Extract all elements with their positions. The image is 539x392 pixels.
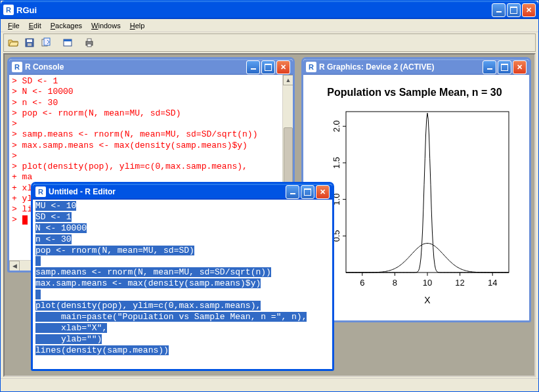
window-icon (62, 37, 73, 48)
scroll-up-button[interactable]: ▲ (283, 75, 293, 85)
window-button[interactable] (60, 35, 75, 50)
svg-rect-6 (64, 39, 72, 41)
graphics-titlebar[interactable]: R R Graphics: Device 2 (ACTIVE) (303, 59, 529, 75)
density-plot: 681012140.51.01.52.0X (313, 105, 517, 309)
svg-text:2.0: 2.0 (332, 120, 341, 132)
svg-text:6: 6 (360, 278, 364, 288)
svg-text:8: 8 (392, 278, 397, 288)
menu-edit[interactable]: Edit (24, 20, 46, 31)
open-folder-icon (8, 37, 18, 48)
console-titlebar[interactable]: R R Console (9, 59, 293, 75)
console-title: R Console (25, 62, 246, 72)
console-close-button[interactable] (276, 60, 290, 74)
console-maximize-button[interactable] (261, 60, 275, 74)
graphics-plot-area: Population vs Sample Mean, n = 30 681012… (303, 75, 529, 320)
statusbar (1, 378, 538, 391)
plot-title: Population vs Sample Mean, n = 30 (310, 87, 519, 98)
copy-paste-button[interactable] (38, 35, 53, 50)
graphics-minimize-button[interactable] (483, 60, 496, 74)
svg-rect-1 (27, 39, 32, 42)
svg-text:10: 10 (422, 278, 431, 288)
svg-rect-10 (346, 112, 509, 272)
graphics-window[interactable]: R R Graphics: Device 2 (ACTIVE) Populati… (301, 57, 531, 322)
menubar: File Edit Packages Windows Help (1, 19, 538, 32)
maximize-button[interactable] (507, 3, 521, 17)
svg-text:14: 14 (487, 278, 496, 288)
editor-title: Untitled - R Editor (49, 187, 286, 196)
r-app-icon: R (306, 62, 316, 72)
save-disk-icon (24, 37, 35, 48)
main-title: RGui (16, 5, 492, 15)
editor-close-button[interactable] (316, 185, 330, 199)
menu-file[interactable]: File (3, 20, 24, 31)
r-app-icon: R (35, 186, 46, 197)
r-app-icon: R (3, 5, 14, 15)
editor-body[interactable]: MU <- 10 SD <- 1 N <- 10000 n <- 30 pop … (33, 200, 332, 369)
close-button[interactable] (522, 3, 536, 17)
svg-rect-8 (87, 39, 91, 41)
console-minimize-button[interactable] (246, 60, 260, 74)
print-button[interactable] (81, 35, 97, 50)
svg-rect-9 (87, 44, 91, 47)
open-button[interactable] (5, 35, 20, 50)
graphics-close-button[interactable] (513, 60, 527, 74)
r-app-icon: R (12, 62, 22, 72)
copy-paste-icon (41, 37, 51, 48)
svg-rect-2 (28, 43, 32, 46)
graphics-title: R Graphics: Device 2 (ACTIVE) (319, 62, 483, 72)
main-titlebar[interactable]: R RGui (1, 1, 538, 19)
save-button[interactable] (22, 35, 37, 50)
scroll-left-button[interactable]: ◀ (9, 261, 20, 271)
rgui-main-window: R RGui File Edit Packages Windows Help (0, 0, 539, 392)
menu-windows[interactable]: Windows (87, 20, 125, 31)
print-icon (84, 37, 95, 48)
editor-maximize-button[interactable] (301, 185, 314, 199)
minimize-button[interactable] (492, 3, 506, 17)
svg-text:1.5: 1.5 (332, 157, 341, 169)
mdi-workspace: R R Console > SD <- 1 > N <- 10000 > n <… (3, 53, 536, 377)
svg-text:X: X (424, 295, 431, 305)
menu-help[interactable]: Help (125, 20, 150, 31)
toolbar (3, 33, 536, 52)
editor-titlebar[interactable]: R Untitled - R Editor (33, 184, 332, 200)
editor-window[interactable]: R Untitled - R Editor MU <- 10 SD <- 1 N… (31, 182, 334, 371)
svg-text:12: 12 (455, 278, 464, 288)
editor-minimize-button[interactable] (286, 185, 299, 199)
graphics-maximize-button[interactable] (498, 60, 511, 74)
menu-packages[interactable]: Packages (46, 20, 87, 31)
